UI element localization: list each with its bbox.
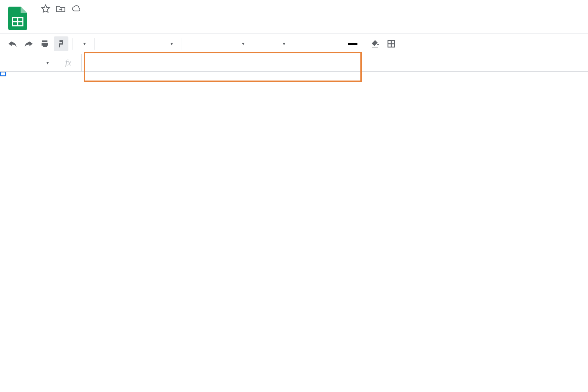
fill-color-button[interactable] bbox=[368, 36, 382, 51]
font-family-select[interactable]: ▼ bbox=[186, 36, 248, 51]
name-box[interactable]: ▼ bbox=[0, 54, 55, 71]
format-percent-button[interactable] bbox=[115, 36, 129, 51]
redo-button[interactable] bbox=[21, 36, 36, 51]
svg-point-3 bbox=[377, 44, 379, 45]
active-cell-editor[interactable] bbox=[0, 72, 6, 76]
menu-insert[interactable] bbox=[63, 17, 75, 21]
menu-help[interactable] bbox=[122, 17, 134, 21]
borders-button[interactable] bbox=[384, 36, 399, 51]
title-row bbox=[31, 4, 584, 14]
document-title[interactable] bbox=[31, 8, 35, 10]
decrease-decimal-button[interactable] bbox=[131, 36, 146, 51]
undo-button[interactable] bbox=[5, 36, 20, 51]
text-color-button[interactable] bbox=[345, 36, 360, 51]
formula-bar: ▼ fx bbox=[0, 54, 588, 72]
bold-button[interactable] bbox=[297, 36, 311, 51]
strikethrough-button[interactable] bbox=[329, 36, 344, 51]
toolbar: ▼ ▼ ▼ ▼ bbox=[0, 33, 588, 54]
font-size-select[interactable]: ▼ bbox=[256, 36, 289, 51]
menu-format[interactable] bbox=[75, 17, 87, 21]
increase-decimal-button[interactable] bbox=[147, 36, 162, 51]
menu-view[interactable] bbox=[51, 17, 63, 21]
menu-data[interactable] bbox=[87, 17, 99, 21]
star-icon[interactable] bbox=[40, 4, 51, 14]
more-formats-button[interactable]: ▼ bbox=[163, 36, 178, 51]
menu-extensions[interactable] bbox=[110, 17, 122, 21]
menu-bar bbox=[28, 17, 584, 21]
sheets-logo[interactable] bbox=[4, 4, 31, 30]
menu-edit[interactable] bbox=[40, 17, 51, 21]
format-currency-button[interactable] bbox=[99, 36, 113, 51]
fx-icon: fx bbox=[55, 54, 82, 71]
formula-input[interactable] bbox=[82, 54, 588, 71]
paint-format-button[interactable] bbox=[54, 36, 68, 51]
italic-button[interactable] bbox=[313, 36, 328, 51]
print-button[interactable] bbox=[38, 36, 52, 51]
move-icon[interactable] bbox=[56, 4, 66, 14]
menu-tools[interactable] bbox=[99, 17, 110, 21]
cloud-status-icon[interactable] bbox=[71, 4, 82, 14]
menu-file[interactable] bbox=[28, 17, 40, 21]
header bbox=[0, 0, 588, 30]
zoom-select[interactable]: ▼ bbox=[76, 36, 91, 51]
